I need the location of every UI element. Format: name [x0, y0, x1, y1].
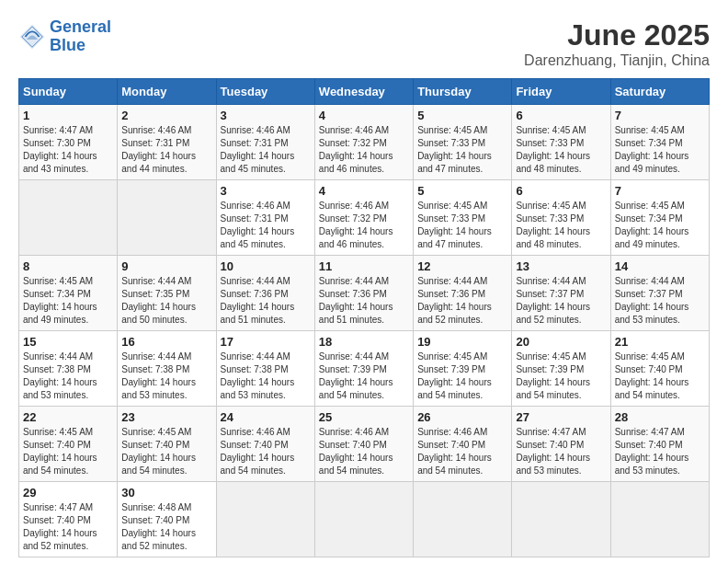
- calendar-cell: 5 Sunrise: 4:45 AMSunset: 7:33 PMDayligh…: [414, 180, 512, 256]
- calendar-cell: 6 Sunrise: 4:45 AMSunset: 7:33 PMDayligh…: [512, 105, 610, 180]
- calendar-cell: 11 Sunrise: 4:44 AMSunset: 7:36 PMDaylig…: [314, 256, 413, 331]
- calendar-cell: 28 Sunrise: 4:47 AMSunset: 7:40 PMDaylig…: [610, 407, 709, 482]
- day-number: 16: [121, 335, 211, 349]
- day-number: 5: [417, 184, 507, 198]
- day-info: Sunrise: 4:47 AMSunset: 7:30 PMDaylight:…: [23, 124, 113, 176]
- day-info: Sunrise: 4:44 AMSunset: 7:35 PMDaylight:…: [121, 275, 211, 327]
- day-info: Sunrise: 4:44 AMSunset: 7:37 PMDaylight:…: [615, 275, 705, 327]
- calendar-cell: 29 Sunrise: 4:47 AMSunset: 7:40 PMDaylig…: [19, 482, 118, 557]
- calendar-week-2: 8 Sunrise: 4:45 AMSunset: 7:34 PMDayligh…: [19, 256, 710, 331]
- calendar-cell: [118, 180, 216, 256]
- day-number: 21: [615, 335, 705, 349]
- calendar-cell: 9 Sunrise: 4:44 AMSunset: 7:35 PMDayligh…: [118, 256, 216, 331]
- calendar-cell: 26 Sunrise: 4:46 AMSunset: 7:40 PMDaylig…: [414, 407, 512, 482]
- day-number: 30: [121, 486, 211, 500]
- day-number: 27: [516, 410, 606, 424]
- day-number: 18: [319, 335, 409, 349]
- calendar-cell: 1 Sunrise: 4:47 AMSunset: 7:30 PMDayligh…: [19, 105, 118, 180]
- day-number: 9: [121, 259, 211, 273]
- day-number: 20: [516, 335, 606, 349]
- day-info: Sunrise: 4:45 AMSunset: 7:34 PMDaylight:…: [615, 124, 705, 176]
- calendar-cell: 17 Sunrise: 4:44 AMSunset: 7:38 PMDaylig…: [216, 331, 314, 407]
- day-info: Sunrise: 4:47 AMSunset: 7:40 PMDaylight:…: [615, 426, 705, 477]
- day-number: 24: [221, 410, 311, 424]
- day-info: Sunrise: 4:46 AMSunset: 7:31 PMDaylight:…: [221, 200, 311, 251]
- calendar-cell: 24 Sunrise: 4:46 AMSunset: 7:40 PMDaylig…: [216, 407, 314, 482]
- day-number: 5: [417, 109, 507, 122]
- calendar-cell: 4 Sunrise: 4:46 AMSunset: 7:32 PMDayligh…: [314, 180, 413, 256]
- day-number: 3: [221, 109, 311, 122]
- logo: General Blue: [18, 18, 111, 55]
- logo-icon: [18, 23, 46, 51]
- day-info: Sunrise: 4:48 AMSunset: 7:40 PMDaylight:…: [121, 501, 211, 553]
- col-monday: Monday: [118, 79, 216, 105]
- day-number: 8: [23, 259, 113, 273]
- day-number: 2: [121, 109, 211, 122]
- calendar-cell: [19, 180, 118, 256]
- day-info: Sunrise: 4:47 AMSunset: 7:40 PMDaylight:…: [23, 501, 113, 553]
- day-number: 1: [23, 109, 113, 122]
- day-info: Sunrise: 4:45 AMSunset: 7:33 PMDaylight:…: [417, 200, 507, 251]
- day-number: 4: [319, 109, 409, 122]
- col-friday: Friday: [512, 79, 610, 105]
- day-info: Sunrise: 4:46 AMSunset: 7:40 PMDaylight:…: [417, 426, 507, 477]
- day-info: Sunrise: 4:45 AMSunset: 7:40 PMDaylight:…: [121, 426, 211, 477]
- day-info: Sunrise: 4:44 AMSunset: 7:37 PMDaylight:…: [516, 275, 606, 327]
- calendar-cell: 16 Sunrise: 4:44 AMSunset: 7:38 PMDaylig…: [118, 331, 216, 407]
- day-info: Sunrise: 4:46 AMSunset: 7:40 PMDaylight:…: [319, 426, 409, 477]
- day-info: Sunrise: 4:46 AMSunset: 7:32 PMDaylight:…: [319, 200, 409, 251]
- calendar-cell: 7 Sunrise: 4:45 AMSunset: 7:34 PMDayligh…: [610, 180, 709, 256]
- day-number: 7: [615, 109, 705, 122]
- calendar-cell: [512, 482, 610, 557]
- calendar-week-4: 22 Sunrise: 4:45 AMSunset: 7:40 PMDaylig…: [19, 407, 710, 482]
- day-info: Sunrise: 4:45 AMSunset: 7:33 PMDaylight:…: [516, 124, 606, 176]
- calendar-cell: 7 Sunrise: 4:45 AMSunset: 7:34 PMDayligh…: [610, 105, 709, 180]
- day-number: 3: [221, 184, 311, 198]
- calendar-title: June 2025: [524, 18, 710, 52]
- header-row: Sunday Monday Tuesday Wednesday Thursday…: [19, 79, 710, 105]
- day-number: 15: [23, 335, 113, 349]
- calendar-cell: [216, 482, 314, 557]
- calendar-cell: 23 Sunrise: 4:45 AMSunset: 7:40 PMDaylig…: [118, 407, 216, 482]
- day-info: Sunrise: 4:44 AMSunset: 7:36 PMDaylight:…: [221, 275, 311, 327]
- calendar-cell: [610, 482, 709, 557]
- calendar-cell: 25 Sunrise: 4:46 AMSunset: 7:40 PMDaylig…: [314, 407, 413, 482]
- day-info: Sunrise: 4:45 AMSunset: 7:40 PMDaylight:…: [615, 350, 705, 402]
- day-info: Sunrise: 4:45 AMSunset: 7:33 PMDaylight:…: [417, 124, 507, 176]
- calendar-cell: 19 Sunrise: 4:45 AMSunset: 7:39 PMDaylig…: [414, 331, 512, 407]
- day-number: 6: [516, 109, 606, 122]
- calendar-cell: 4 Sunrise: 4:46 AMSunset: 7:32 PMDayligh…: [314, 105, 413, 180]
- day-number: 13: [516, 259, 606, 273]
- calendar-cell: [314, 482, 413, 557]
- col-saturday: Saturday: [610, 79, 709, 105]
- day-number: 29: [23, 486, 113, 500]
- calendar-week-0: 1 Sunrise: 4:47 AMSunset: 7:30 PMDayligh…: [19, 105, 710, 180]
- day-info: Sunrise: 4:44 AMSunset: 7:38 PMDaylight:…: [121, 350, 211, 402]
- calendar-cell: [414, 482, 512, 557]
- calendar-cell: 6 Sunrise: 4:45 AMSunset: 7:33 PMDayligh…: [512, 180, 610, 256]
- calendar-cell: 10 Sunrise: 4:44 AMSunset: 7:36 PMDaylig…: [216, 256, 314, 331]
- day-number: 17: [221, 335, 311, 349]
- calendar-week-5: 29 Sunrise: 4:47 AMSunset: 7:40 PMDaylig…: [19, 482, 710, 557]
- col-thursday: Thursday: [414, 79, 512, 105]
- day-number: 22: [23, 410, 113, 424]
- calendar-cell: 27 Sunrise: 4:47 AMSunset: 7:40 PMDaylig…: [512, 407, 610, 482]
- day-number: 7: [615, 184, 705, 198]
- calendar-subtitle: Darenzhuang, Tianjin, China: [524, 52, 710, 69]
- day-number: 4: [319, 184, 409, 198]
- day-info: Sunrise: 4:47 AMSunset: 7:40 PMDaylight:…: [516, 426, 606, 477]
- calendar-cell: 22 Sunrise: 4:45 AMSunset: 7:40 PMDaylig…: [19, 407, 118, 482]
- day-info: Sunrise: 4:45 AMSunset: 7:40 PMDaylight:…: [23, 426, 113, 477]
- col-wednesday: Wednesday: [314, 79, 413, 105]
- calendar-table: Sunday Monday Tuesday Wednesday Thursday…: [18, 78, 710, 557]
- day-number: 25: [319, 410, 409, 424]
- day-info: Sunrise: 4:45 AMSunset: 7:34 PMDaylight:…: [615, 200, 705, 251]
- day-info: Sunrise: 4:45 AMSunset: 7:33 PMDaylight:…: [516, 200, 606, 251]
- day-info: Sunrise: 4:44 AMSunset: 7:36 PMDaylight:…: [319, 275, 409, 327]
- calendar-cell: 3 Sunrise: 4:46 AMSunset: 7:31 PMDayligh…: [216, 105, 314, 180]
- calendar-cell: 2 Sunrise: 4:46 AMSunset: 7:31 PMDayligh…: [118, 105, 216, 180]
- calendar-cell: 5 Sunrise: 4:45 AMSunset: 7:33 PMDayligh…: [414, 105, 512, 180]
- day-info: Sunrise: 4:44 AMSunset: 7:38 PMDaylight:…: [221, 350, 311, 402]
- calendar-week-1: 3 Sunrise: 4:46 AMSunset: 7:31 PMDayligh…: [19, 180, 710, 256]
- day-number: 19: [417, 335, 507, 349]
